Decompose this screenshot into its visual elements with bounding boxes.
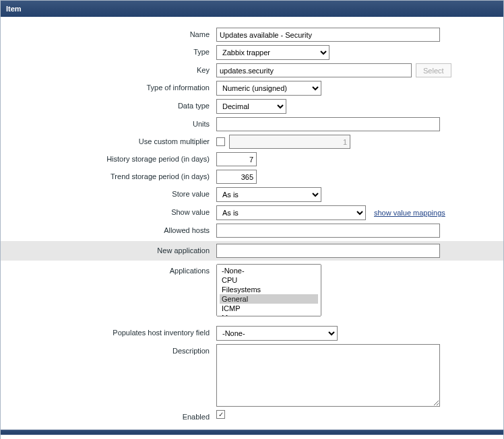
item-window: Item Name Type Zabbix trapper Key Select bbox=[0, 0, 504, 439]
allowed-hosts-input[interactable] bbox=[216, 224, 440, 238]
window-title: Item bbox=[6, 5, 22, 13]
footer-separator bbox=[1, 430, 503, 435]
show-value-select[interactable]: As is bbox=[216, 205, 366, 220]
applications-listbox[interactable]: -None- CPU Filesystems General ICMP Memo… bbox=[216, 264, 321, 316]
label-history-storage: History storage period (in days) bbox=[1, 152, 216, 163]
label-name: Name bbox=[1, 28, 216, 38]
type-select[interactable]: Zabbix trapper bbox=[216, 45, 329, 60]
type-of-information-select[interactable]: Numeric (unsigned) bbox=[216, 81, 321, 96]
window-title-bar: Item bbox=[1, 1, 503, 17]
show-value-mappings-link[interactable]: show value mappings bbox=[374, 209, 445, 217]
new-application-input[interactable] bbox=[216, 244, 440, 258]
item-form: Name Type Zabbix trapper Key Select Type… bbox=[1, 17, 503, 430]
key-select-button[interactable]: Select bbox=[416, 63, 451, 77]
key-input[interactable] bbox=[216, 63, 412, 77]
custom-multiplier-input[interactable] bbox=[229, 135, 350, 149]
data-type-select[interactable]: Decimal bbox=[216, 99, 286, 114]
enabled-checkbox[interactable]: ✓ bbox=[216, 410, 225, 419]
label-show-value: Show value bbox=[1, 205, 216, 216]
name-input[interactable] bbox=[216, 28, 440, 42]
label-units: Units bbox=[1, 117, 216, 128]
label-use-custom-multiplier: Use custom multiplier bbox=[1, 135, 216, 145]
history-storage-input[interactable] bbox=[216, 152, 257, 166]
trend-storage-input[interactable] bbox=[216, 170, 257, 184]
label-data-type: Data type bbox=[1, 99, 216, 110]
label-key: Key bbox=[1, 63, 216, 74]
description-textarea[interactable] bbox=[216, 344, 440, 407]
label-type-of-information: Type of information bbox=[1, 81, 216, 92]
store-value-select[interactable]: As is bbox=[216, 187, 321, 202]
label-type: Type bbox=[1, 45, 216, 56]
units-input[interactable] bbox=[216, 117, 440, 131]
use-custom-multiplier-checkbox[interactable] bbox=[216, 137, 225, 146]
label-allowed-hosts: Allowed hosts bbox=[1, 224, 216, 234]
label-store-value: Store value bbox=[1, 187, 216, 198]
label-new-application: New application bbox=[1, 244, 216, 255]
label-populates-inventory: Populates host inventory field bbox=[1, 326, 216, 337]
label-applications: Applications bbox=[1, 264, 216, 275]
label-description: Description bbox=[1, 344, 216, 355]
populates-inventory-select[interactable]: -None- bbox=[216, 326, 338, 341]
label-trend-storage: Trend storage period (in days) bbox=[1, 170, 216, 180]
footer-buttons: Save Clone Delete Cancel bbox=[1, 435, 503, 439]
label-enabled: Enabled bbox=[1, 410, 216, 421]
